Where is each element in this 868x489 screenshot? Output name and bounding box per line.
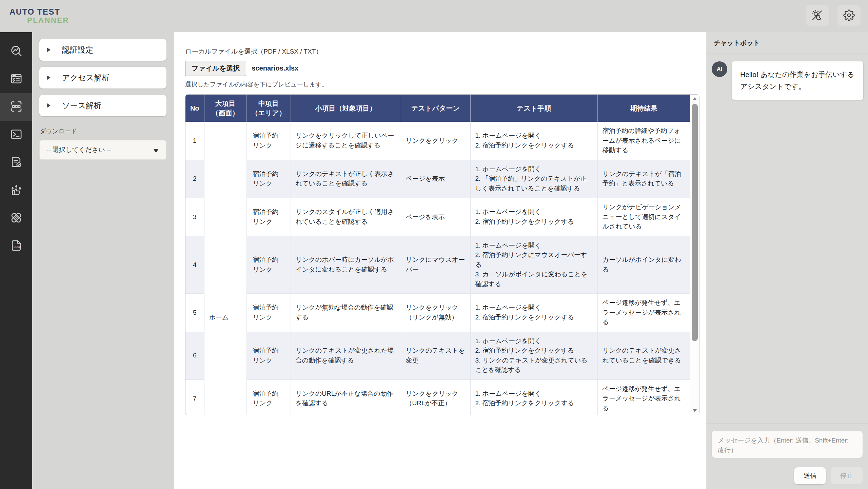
svg-text:LOG: LOG: [14, 245, 20, 249]
accordion-auth-settings[interactable]: 認証設定: [39, 39, 166, 61]
cell-middle-area: 宿泊予約リンク: [246, 379, 291, 415]
stop-button[interactable]: 停止: [831, 467, 863, 484]
main-content: ローカルファイルを選択（PDF / XLSX / TXT） ファイルを選択 sc…: [174, 32, 706, 489]
cell-minor-target: リンクのURLが不正な場合の動作を確認する: [291, 379, 401, 415]
tool-panel: 認証設定 アクセス解析 ソース解析 ダウンロード -- 選択してください --: [32, 32, 174, 489]
cell-test-steps: 1. ホームページを開く 2. 宿泊予約リンクをクリックする: [470, 379, 597, 415]
cell-middle-area: 宿泊予約リンク: [246, 122, 291, 160]
patch-bandage-icon: [9, 211, 23, 226]
cell-middle-area: 宿泊予約リンク: [246, 160, 291, 198]
cell-minor-target: リンクのホバー時にカーソルがポインタに変わることを確認する: [291, 236, 401, 294]
col-header-steps: テスト手順: [470, 95, 597, 122]
selected-filename: scenarios.xlsx: [252, 64, 298, 72]
sidebar-item-scenario-scan[interactable]: [0, 93, 32, 121]
scenario-table: No 大項目 （画面） 中項目 （エリア） 小項目（対象項目） テストパターン …: [185, 95, 690, 415]
cell-expected-result: リンクのテキストが変更されていることを確認できる: [597, 332, 690, 379]
theme-toggle-button[interactable]: [806, 5, 829, 26]
chat-message-input[interactable]: [712, 431, 863, 458]
cell-no: 2: [185, 160, 204, 198]
download-select-value: -- 選択してください --: [46, 145, 111, 154]
cell-test-pattern: ページを表示: [401, 160, 470, 198]
cell-middle-area: 宿泊予約リンク: [246, 294, 291, 332]
sidebar-item-patch[interactable]: [0, 204, 32, 232]
accordion-label: アクセス解析: [62, 73, 110, 83]
scenario-table-scroll-area: No 大項目 （画面） 中項目 （エリア） 小項目（対象項目） テストパターン …: [185, 95, 690, 415]
table-row: 4宿泊予約リンクリンクのホバー時にカーソルがポインタに変わることを確認するリンク…: [185, 236, 690, 294]
cell-minor-target: リンクのテキストが変更された場合の動作を確認する: [291, 332, 401, 379]
download-select[interactable]: -- 選択してください --: [39, 140, 166, 160]
accordion-access-analysis[interactable]: アクセス解析: [39, 67, 166, 89]
cell-no: 1: [185, 122, 204, 160]
col-header-middle: 中項目 （エリア）: [246, 95, 291, 122]
cell-test-pattern: リンクのテキストを変更: [401, 332, 470, 379]
header-actions: [806, 5, 861, 26]
cell-test-steps: 1. ホームページを開く 2. 宿泊予約リンクをクリックする: [470, 198, 597, 236]
preview-hint: 選択したファイルの内容を下にプレビューします。: [185, 80, 706, 89]
cell-middle-area: 宿泊予約リンク: [246, 236, 291, 294]
logo-text-planner: PLANNER: [27, 16, 69, 24]
download-section-label: ダウンロード: [40, 127, 174, 135]
analysis-search-icon: [9, 44, 23, 59]
col-header-no: No: [185, 95, 204, 122]
cell-expected-result: 宿泊予約の詳細や予約フォームが表示されるページに移動する: [597, 122, 690, 160]
chat-message: AI Hello! あなたの作業をお手伝いするアシスタントです。: [712, 61, 863, 100]
cell-minor-target: リンクのスタイルが正しく適用されていることを確認する: [291, 198, 401, 236]
report-check-icon: [9, 155, 23, 170]
scrollbar-down-arrow[interactable]: [690, 407, 699, 415]
accordion-label: ソース解析: [62, 100, 101, 111]
cell-expected-result: ページ遷移が発生せず、エラーメッセージが表示される: [597, 379, 690, 415]
cell-test-pattern: リンクをクリック（リンクが無効）: [401, 294, 470, 332]
cell-major-screen: ホーム: [204, 122, 246, 415]
log-file-icon: LOG: [9, 239, 23, 254]
cell-expected-result: ページ遷移が発生せず、エラーメッセージが表示される: [597, 294, 690, 332]
cell-middle-area: 宿泊予約リンク: [246, 198, 291, 236]
logo-text-auto-test: AUTO TEST: [9, 7, 69, 16]
scrollbar-thumb[interactable]: [692, 104, 698, 341]
cell-test-pattern: リンクをクリック: [401, 122, 470, 160]
sidebar-item-checklist[interactable]: [0, 65, 32, 93]
accordion-label: 認証設定: [62, 45, 93, 55]
cell-no: 5: [185, 294, 204, 332]
cell-minor-target: リンクのテキストが正しく表示されていることを確認する: [291, 160, 401, 198]
table-row: 3宿泊予約リンクリンクのスタイルが正しく適用されていることを確認するページを表示…: [185, 198, 690, 236]
scrollbar-up-arrow[interactable]: [690, 95, 699, 103]
sidebar-item-analysis[interactable]: [0, 38, 32, 65]
settings-gear-icon: [843, 9, 855, 22]
checklist-card-icon: [9, 72, 23, 87]
sidebar-item-log[interactable]: LOG: [0, 232, 32, 260]
chat-message-list: AI Hello! あなたの作業をお手伝いするアシスタントです。: [706, 54, 868, 100]
cell-minor-target: リンクが無効な場合の動作を確認する: [291, 294, 401, 332]
sidebar-item-terminal[interactable]: [0, 121, 32, 149]
chat-message-bubble: Hello! あなたの作業をお手伝いするアシスタントです。: [732, 61, 863, 100]
sidebar-item-report[interactable]: [0, 149, 32, 177]
theme-toggle-icon: [811, 9, 823, 22]
cell-middle-area: 宿泊予約リンク: [246, 332, 291, 379]
chat-input-area: 送信 停止: [706, 424, 868, 489]
file-select-label: ローカルファイルを選択（PDF / XLSX / TXT）: [185, 47, 706, 56]
ai-avatar: AI: [712, 61, 727, 77]
cell-expected-result: リンクのテキストが「宿泊予約」と表示されている: [597, 160, 690, 198]
choose-file-button[interactable]: ファイルを選択: [185, 61, 246, 76]
sidebar-item-rating[interactable]: [0, 177, 32, 204]
table-header-row: No 大項目 （画面） 中項目 （エリア） 小項目（対象項目） テストパターン …: [185, 95, 690, 122]
cell-expected-result: リンクがナビゲーションメニューとして適切にスタイルされている: [597, 198, 690, 236]
table-scrollbar: [690, 95, 699, 415]
terminal-icon: [9, 128, 23, 142]
file-select-row: ファイルを選択 scenarios.xlsx: [185, 61, 706, 76]
settings-button[interactable]: [837, 5, 861, 26]
cell-test-pattern: ページを表示: [401, 198, 470, 236]
cell-test-pattern: リンクをクリック（URLが不正）: [401, 379, 470, 415]
table-row: 5宿泊予約リンクリンクが無効な場合の動作を確認するリンクをクリック（リンクが無効…: [185, 294, 690, 332]
chevron-down-icon: [153, 149, 159, 153]
chatbot-panel: チャットボット AI Hello! あなたの作業をお手伝いするアシスタントです。…: [706, 32, 868, 489]
chat-buttons-row: 送信 停止: [712, 467, 863, 484]
cell-test-pattern: リンクにマウスオーバー: [401, 236, 470, 294]
rating-thumb-icon: [9, 183, 23, 198]
cell-test-steps: 1. ホームページを開く 2. 宿泊予約リンクをクリックする: [470, 294, 597, 332]
table-row: 7宿泊予約リンクリンクのURLが不正な場合の動作を確認するリンクをクリック（UR…: [185, 379, 690, 415]
send-button[interactable]: 送信: [794, 467, 826, 484]
cell-no: 4: [185, 236, 204, 294]
accordion-source-analysis[interactable]: ソース解析: [39, 95, 166, 116]
chevron-right-icon: [47, 47, 51, 52]
scenario-preview-container: No 大項目 （画面） 中項目 （エリア） 小項目（対象項目） テストパターン …: [185, 94, 699, 415]
